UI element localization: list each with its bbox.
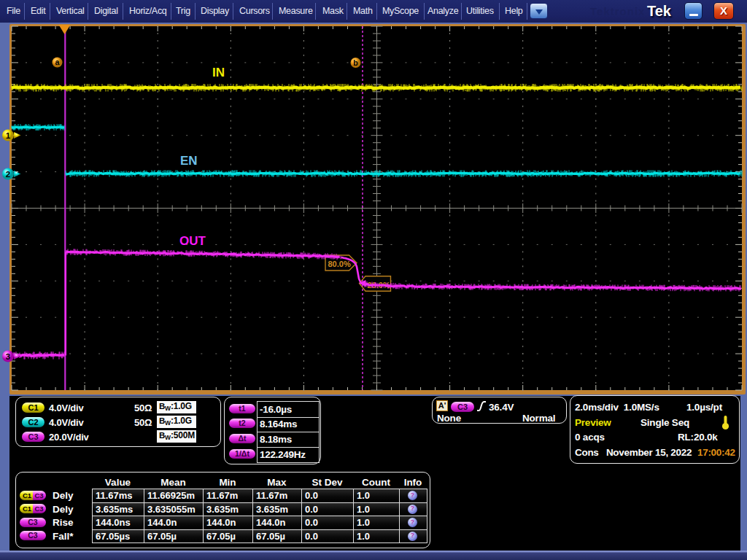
svg-text:2: 2: [6, 170, 10, 179]
svg-text:80.0%: 80.0%: [328, 260, 351, 268]
svg-text:a: a: [55, 58, 60, 66]
svg-text:1: 1: [6, 131, 11, 140]
svg-text:b: b: [353, 58, 357, 67]
svg-text:3: 3: [6, 352, 10, 361]
